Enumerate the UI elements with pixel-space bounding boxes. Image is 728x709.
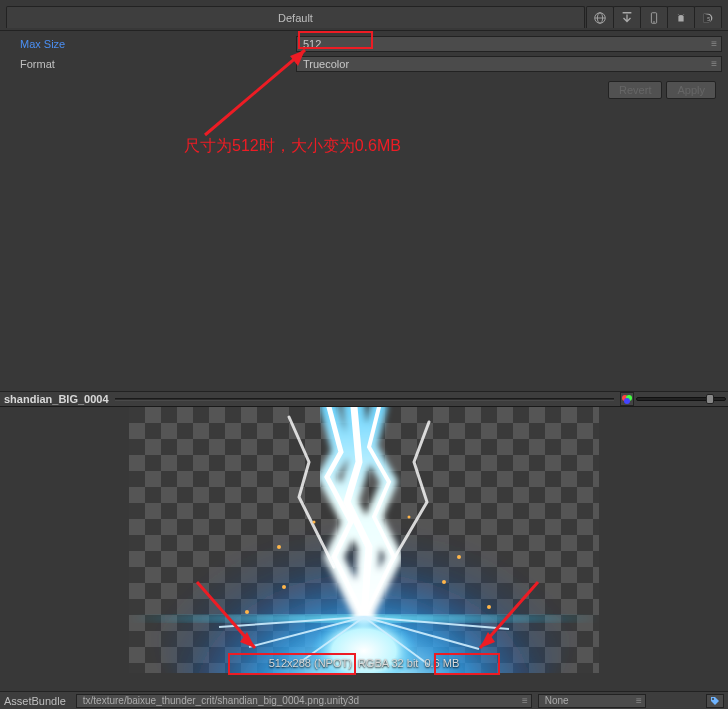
platform-tab-android[interactable] — [667, 6, 695, 28]
preview-header: shandian_BIG_0004 — [0, 391, 728, 407]
lightning-image — [129, 407, 599, 673]
assetbundle-variant-dropdown[interactable]: None — [538, 694, 646, 708]
svg-point-29 — [313, 521, 316, 524]
texture-info-format: RGBA 32 bit — [358, 657, 419, 669]
mip-slider[interactable] — [636, 392, 726, 406]
svg-point-25 — [457, 555, 461, 559]
svg-point-26 — [245, 610, 249, 614]
svg-point-12 — [624, 398, 630, 404]
format-label: Format — [6, 58, 296, 70]
annotation-text: 尺寸为512时，大小变为0.6MB — [184, 136, 401, 157]
row-max-size: Max Size 512 — [6, 35, 722, 53]
svg-text:5: 5 — [707, 15, 710, 21]
row-format: Format Truecolor — [6, 55, 722, 73]
assetbundle-label: AssetBundle — [4, 695, 70, 707]
platform-tab-default[interactable]: Default — [6, 6, 585, 28]
svg-point-15 — [269, 547, 459, 673]
svg-line-6 — [683, 14, 684, 15]
svg-point-34 — [712, 698, 714, 700]
preview-title: shandian_BIG_0004 — [0, 393, 109, 405]
assetbundle-tag-icon[interactable] — [706, 694, 724, 708]
platform-tab-standalone[interactable] — [613, 6, 641, 28]
texture-info: 512x288 (NPOT) RGBA 32 bit 0.6 MB — [269, 657, 460, 669]
assetbundle-dropdown[interactable]: tx/texture/baixue_thunder_crit/shandian_… — [76, 694, 532, 708]
texture-info-dims: 512x288 (NPOT) — [269, 657, 352, 669]
texture-preview: 512x288 (NPOT) RGBA 32 bit 0.6 MB — [129, 407, 599, 673]
apply-button[interactable]: Apply — [666, 81, 716, 99]
format-dropdown[interactable]: Truecolor — [296, 56, 722, 72]
preview-area: 512x288 (NPOT) RGBA 32 bit 0.6 MB — [0, 407, 728, 691]
svg-point-24 — [442, 580, 446, 584]
platform-tabs-group: 5 — [587, 6, 722, 30]
max-size-field[interactable]: 512 — [296, 36, 722, 52]
svg-rect-4 — [653, 21, 655, 22]
platform-tab-ios[interactable] — [640, 6, 668, 28]
max-size-label: Max Size — [6, 38, 296, 50]
inspector-rows: Max Size 512 Format Truecolor Revert App… — [0, 30, 728, 103]
platform-tab-webgl[interactable]: 5 — [694, 6, 722, 28]
platform-tab-default-label: Default — [278, 12, 313, 24]
max-size-dropdown[interactable]: 512 — [296, 36, 722, 52]
preview-divider — [115, 398, 614, 400]
svg-line-5 — [678, 14, 679, 15]
svg-point-27 — [487, 605, 491, 609]
platform-tab-web[interactable] — [586, 6, 614, 28]
revert-apply-row: Revert Apply — [6, 75, 722, 99]
svg-point-23 — [277, 545, 281, 549]
svg-point-22 — [282, 585, 286, 589]
svg-point-28 — [408, 516, 411, 519]
revert-button[interactable]: Revert — [608, 81, 662, 99]
assetbundle-footer: AssetBundle tx/texture/baixue_thunder_cr… — [0, 691, 728, 709]
rgb-toggle-button[interactable] — [620, 392, 634, 406]
texture-info-size: 0.6 MB — [424, 657, 459, 669]
platform-tabs-bar: Default 5 — [0, 0, 728, 30]
format-field[interactable]: Truecolor — [296, 56, 722, 72]
